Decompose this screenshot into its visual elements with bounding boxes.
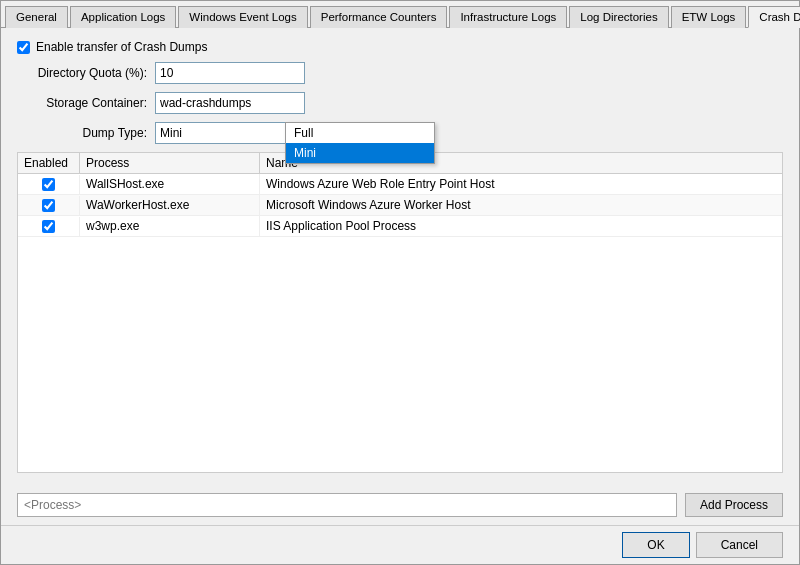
tab-general[interactable]: General bbox=[5, 6, 68, 28]
dropdown-item-mini[interactable]: Mini bbox=[286, 143, 434, 163]
row2-enabled-checkbox[interactable] bbox=[42, 199, 55, 212]
dump-type-dropdown: Full Mini bbox=[285, 122, 435, 164]
tab-bar: General Application Logs Windows Event L… bbox=[1, 1, 799, 28]
directory-quota-label: Directory Quota (%): bbox=[17, 66, 147, 80]
row2-enabled-cell bbox=[18, 196, 80, 215]
tab-etw-logs[interactable]: ETW Logs bbox=[671, 6, 747, 28]
tab-content: Enable transfer of Crash Dumps Directory… bbox=[1, 28, 799, 485]
row1-process: WallSHost.exe bbox=[80, 174, 260, 194]
row1-enabled-checkbox[interactable] bbox=[42, 178, 55, 191]
row3-name: IIS Application Pool Process bbox=[260, 216, 782, 236]
dump-type-select[interactable]: Mini ▼ bbox=[155, 122, 305, 144]
ok-button[interactable]: OK bbox=[622, 532, 689, 558]
table-row: w3wp.exe IIS Application Pool Process bbox=[18, 216, 782, 237]
enable-checkbox[interactable] bbox=[17, 41, 30, 54]
table-body: WallSHost.exe Windows Azure Web Role Ent… bbox=[18, 174, 782, 472]
enable-label: Enable transfer of Crash Dumps bbox=[36, 40, 207, 54]
col-header-process: Process bbox=[80, 153, 260, 173]
footer: OK Cancel bbox=[1, 525, 799, 564]
add-process-button[interactable]: Add Process bbox=[685, 493, 783, 517]
storage-container-input[interactable] bbox=[155, 92, 305, 114]
row3-enabled-checkbox[interactable] bbox=[42, 220, 55, 233]
row1-name: Windows Azure Web Role Entry Point Host bbox=[260, 174, 782, 194]
dump-type-label: Dump Type: bbox=[17, 126, 147, 140]
table-row: WallSHost.exe Windows Azure Web Role Ent… bbox=[18, 174, 782, 195]
row3-enabled-cell bbox=[18, 217, 80, 236]
directory-quota-row: Directory Quota (%): bbox=[17, 62, 783, 84]
dropdown-item-full[interactable]: Full bbox=[286, 123, 434, 143]
tab-crash-dumps[interactable]: Crash Dumps bbox=[748, 6, 800, 28]
tab-infrastructure-logs[interactable]: Infrastructure Logs bbox=[449, 6, 567, 28]
tab-performance-counters[interactable]: Performance Counters bbox=[310, 6, 448, 28]
directory-quota-input[interactable] bbox=[155, 62, 305, 84]
tab-windows-event-logs[interactable]: Windows Event Logs bbox=[178, 6, 307, 28]
table-row: WaWorkerHost.exe Microsoft Windows Azure… bbox=[18, 195, 782, 216]
enable-row: Enable transfer of Crash Dumps bbox=[17, 40, 783, 54]
row2-process: WaWorkerHost.exe bbox=[80, 195, 260, 215]
row1-enabled-cell bbox=[18, 175, 80, 194]
process-input[interactable] bbox=[17, 493, 677, 517]
dialog: General Application Logs Windows Event L… bbox=[0, 0, 800, 565]
storage-container-row: Storage Container: bbox=[17, 92, 783, 114]
dump-type-wrapper: Mini ▼ Full Mini bbox=[155, 122, 305, 144]
row2-name: Microsoft Windows Azure Worker Host bbox=[260, 195, 782, 215]
cancel-button[interactable]: Cancel bbox=[696, 532, 783, 558]
dump-type-value: Mini bbox=[160, 126, 292, 140]
tab-log-directories[interactable]: Log Directories bbox=[569, 6, 668, 28]
process-table: Enabled Process Name WallSHost.exe Windo… bbox=[17, 152, 783, 473]
bottom-bar: Add Process bbox=[1, 485, 799, 525]
tab-application-logs[interactable]: Application Logs bbox=[70, 6, 176, 28]
dump-type-row: Dump Type: Mini ▼ Full Mini bbox=[17, 122, 783, 144]
storage-container-label: Storage Container: bbox=[17, 96, 147, 110]
row3-process: w3wp.exe bbox=[80, 216, 260, 236]
col-header-enabled: Enabled bbox=[18, 153, 80, 173]
